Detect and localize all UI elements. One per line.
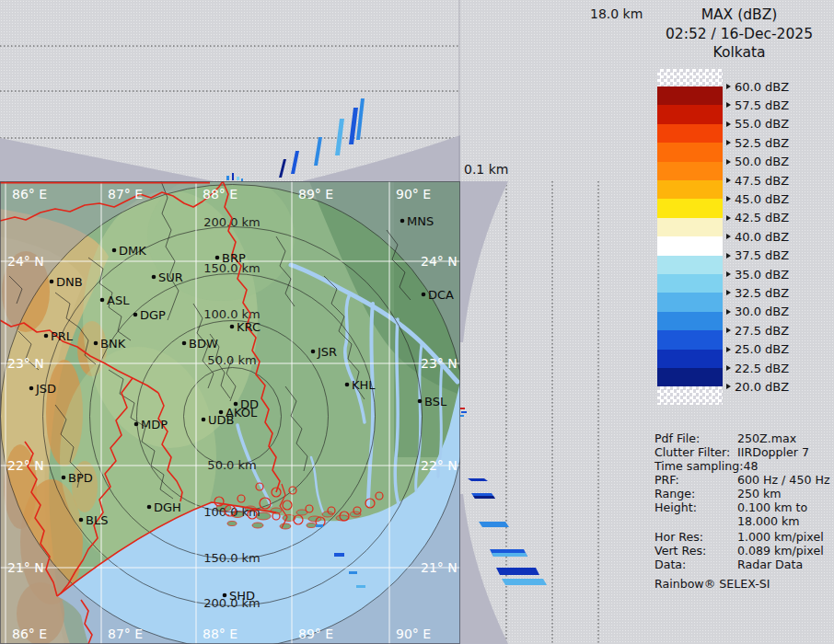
radar-map-canvas: 200.0 km150.0 km100.0 km50.0 km50.0 km10… (0, 181, 460, 644)
metadata-label (654, 514, 737, 528)
lon-label: 90° E (396, 627, 431, 641)
metadata-label: Vert Res: (654, 544, 737, 558)
tick-arrow-icon (726, 384, 731, 389)
legend-band (657, 256, 723, 275)
city-dot (79, 518, 84, 523)
city-label: JSR (317, 345, 337, 359)
city-dot (422, 293, 426, 297)
echo-bar (468, 478, 488, 481)
echo-bar (279, 159, 286, 178)
echo-mark (349, 571, 357, 574)
metadata-row: Hor Res:1.000 km/pixel (654, 530, 831, 544)
radar-product-viewer: { "header": { "product": "MAX (dBZ)", "t… (0, 0, 834, 644)
city-dot (230, 325, 235, 329)
city-dot (400, 219, 405, 224)
city-label: DMK (119, 244, 146, 258)
legend-tick: 37.5 dBZ (726, 248, 789, 263)
tick-label: 25.0 dBZ (735, 342, 789, 356)
lon-label: 89° E (298, 187, 333, 201)
metadata-value: 1.000 km/pixel (737, 530, 824, 544)
range-ring-label: 100.0 km (203, 505, 261, 519)
legend-band (657, 274, 723, 293)
city-label: KRC (237, 320, 261, 334)
metadata-value: Radar Data (737, 558, 803, 571)
lat-label: 22° N (421, 458, 458, 473)
city-dot (215, 256, 220, 260)
metadata-row: Pdf File:250Z.max (654, 431, 831, 445)
city-label: BDW (189, 337, 218, 351)
echo-mark (226, 176, 229, 180)
metadata-label: Time sampling: (654, 459, 744, 473)
legend-band (657, 124, 723, 144)
legend-tick: 27.5 dBZ (726, 323, 789, 338)
legend-band (657, 236, 723, 256)
city-label: PRL (51, 329, 74, 343)
tick-arrow-icon (726, 309, 731, 315)
legend-tick: 57.5 dBZ (726, 98, 789, 112)
right-profile-canvas (460, 181, 644, 644)
legend-tick: 20.0 dBZ (726, 379, 789, 394)
legend-tick: 60.0 dBZ (726, 79, 789, 94)
lon-label: 86° E (12, 187, 47, 201)
city-label: BSL (424, 395, 447, 408)
profile-echo-bars (226, 98, 365, 181)
city-dot (147, 505, 152, 510)
legend-band (657, 330, 723, 350)
height-axis-max-label: 18.0 km (590, 6, 643, 21)
metadata-value: 0.100 km to (737, 500, 807, 514)
top-height-profile (0, 0, 460, 181)
tick-arrow-icon (726, 159, 731, 165)
lat-label: 21° N (421, 560, 458, 575)
lon-label: 86° E (12, 627, 47, 641)
city-label: BPD (68, 471, 93, 485)
tick-arrow-icon (726, 215, 731, 221)
tick-arrow-icon (726, 347, 731, 352)
tick-label: 30.0 dBZ (735, 305, 789, 318)
tick-arrow-icon (726, 365, 731, 371)
lat-label: 24° N (7, 254, 44, 269)
tick-label: 55.0 dBZ (735, 117, 789, 131)
city-dot (345, 383, 350, 387)
city-dot (223, 593, 227, 598)
tick-arrow-icon (726, 140, 731, 145)
echo-mark (316, 524, 323, 527)
legend-band (657, 350, 723, 369)
city-dot (50, 280, 54, 284)
tick-label: 45.0 dBZ (735, 192, 789, 206)
metadata-value: 600 Hz / 450 Hz (737, 473, 830, 487)
city-dot (44, 334, 49, 339)
echo-mark (461, 411, 467, 413)
legend-band (657, 312, 723, 331)
lon-label: 89° E (298, 627, 333, 641)
legend-tick: 52.5 dBZ (726, 135, 789, 150)
metadata-block: Pdf File:250Z.maxClutter Filter:IIRDoppl… (654, 431, 831, 591)
coverage-wedge-left (0, 138, 214, 181)
city-dot (62, 476, 66, 480)
tick-arrow-icon (726, 102, 731, 108)
tick-label: 27.5 dBZ (735, 324, 789, 338)
lon-label: 87° E (108, 187, 143, 201)
metadata-value: IIRDoppler 7 (737, 445, 809, 459)
legend-band (657, 162, 723, 181)
height-axis-min-label: 0.1 km (464, 162, 508, 177)
tick-label: 32.5 dBZ (735, 286, 789, 300)
metadata-label: Hor Res: (654, 530, 737, 544)
lat-label: 21° N (7, 560, 44, 575)
legend-band (657, 86, 723, 106)
legend-band (657, 143, 723, 162)
metadata-value: 250 km (737, 487, 782, 500)
metadata-label: Pdf File: (654, 431, 737, 445)
lat-label: 24° N (421, 254, 458, 269)
city-dot (182, 341, 187, 346)
legend-tick: 22.5 dBZ (726, 361, 789, 375)
tick-arrow-icon (726, 234, 731, 239)
metadata-value: 48 (744, 459, 759, 473)
legend-band (657, 368, 723, 387)
legend-band-above-max (657, 69, 723, 86)
legend-tick: 35.0 dBZ (726, 267, 789, 282)
city-label: DGP (140, 308, 166, 322)
metadata-row: Height:0.100 km to (654, 500, 831, 514)
echo-mark (460, 415, 464, 417)
metadata-label: Data: (654, 558, 737, 571)
city-dot (94, 341, 98, 346)
